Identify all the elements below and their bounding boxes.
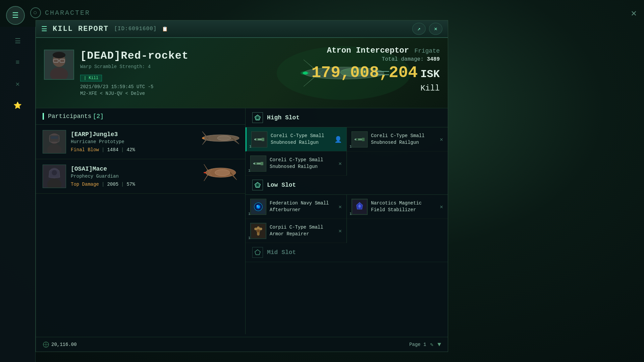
panel-id: [ID:6091600] (114, 26, 157, 32)
eq-item[interactable]: 1 Coreli C-Type Small Snubnosed Railgun (347, 127, 448, 152)
bottom-bar-value: 20,116.00 (51, 342, 77, 347)
eq-item-close-icon[interactable]: ✕ (440, 203, 443, 210)
top-menu-button[interactable]: ☰ (6, 6, 25, 25)
equipment-panel: High Slot 1 (246, 108, 448, 334)
participant-ship-image-1 (199, 127, 243, 149)
svg-rect-49 (253, 163, 255, 164)
participant-ship-image-2 (199, 162, 243, 184)
eq-item-name: Coreli C-Type Small Snubnosed Railgun (271, 133, 331, 146)
eq-item-close-icon[interactable]: ✕ (338, 228, 342, 234)
next-slot-header: Mid Slot (246, 243, 448, 262)
svg-point-28 (202, 137, 205, 139)
next-slot-title: Mid Slot (267, 249, 296, 256)
eq-item-icon (251, 131, 267, 147)
eq-item-close-icon[interactable]: ✕ (338, 160, 342, 167)
high-slot-title: High Slot (267, 114, 300, 121)
export-icon: ↗ (417, 25, 421, 32)
eq-item[interactable]: 1 Narcotics Magnetic Field Sta (347, 195, 448, 219)
panel-header-actions: ↗ ✕ (412, 23, 442, 35)
participants-title: Participants (48, 113, 92, 120)
victim-avatar (44, 50, 74, 80)
low-slot-columns: 1 Federation Navy Small Afterb (246, 195, 448, 243)
low-slot-header: Low Slot (246, 176, 448, 195)
isk-label: ISK (420, 68, 440, 80)
left-sidebar: ☰ ≡ ✕ ⭐ (0, 27, 36, 362)
participant-avatar-1 (43, 130, 66, 154)
isk-value: 179,008,204 (312, 64, 418, 82)
high-slot-icon (252, 112, 263, 123)
high-slot-columns: 1 Coreli C-Type Small Snubnose (246, 127, 448, 176)
ship-type: Atron Interceptor (327, 46, 409, 55)
hamburger-icon: ☰ (12, 11, 19, 20)
eq-item-qty: 1 (350, 212, 352, 216)
page-indicator: Page 1 (409, 342, 426, 347)
participant-row[interactable]: [OSAI]Mace Prophecy Guardian Top Damage … (36, 159, 245, 194)
eq-item-name: Federation Navy Small Afterburner (270, 200, 335, 213)
eq-item-icon (352, 199, 368, 215)
avatar-face (45, 50, 73, 79)
participant-avatar-2 (43, 165, 66, 188)
high-slot-col-right: 1 Coreli C-Type Small Snubnosed Railgun (347, 127, 448, 176)
eq-item-name: Coreli C-Type Small Snubnosed Railgun (270, 157, 335, 170)
svg-marker-40 (256, 116, 259, 119)
sidebar-close-button[interactable]: ✕ (8, 76, 27, 91)
kill-tag: | Kill (80, 75, 102, 81)
high-slot-col-left: 1 Coreli C-Type Small Snubnose (246, 127, 347, 176)
filter-icon[interactable]: ▼ (437, 341, 441, 348)
panel-copy-icon[interactable]: 📋 (162, 26, 168, 32)
participants-count: [2] (93, 113, 104, 120)
eq-item[interactable]: 1 Corpii C-Type Small Armor Repairer (246, 219, 346, 243)
svg-point-32 (52, 170, 57, 176)
svg-point-37 (215, 170, 230, 176)
close-report-icon: ✕ (434, 25, 437, 32)
kill-report-panel: ☰ KILL REPORT [ID:6091600] 📋 ↗ ✕ (36, 20, 448, 352)
participant-damage-1: 1484 (107, 147, 118, 153)
svg-marker-57 (256, 183, 259, 187)
eq-item-name: Coreli C-Type Small Snubnosed Railgun (371, 133, 436, 146)
character-icon: ○ (30, 7, 41, 18)
eq-item-icon (250, 199, 266, 215)
sidebar-star-button[interactable]: ⭐ (8, 98, 27, 113)
eq-item-icon (250, 223, 266, 239)
svg-point-66 (257, 229, 260, 233)
eq-item-person-icon: 👤 (334, 136, 342, 143)
character-label: CHARACTER (45, 9, 90, 17)
svg-point-6 (301, 71, 310, 75)
participants-panel: Participants [2] [EARP]Jungle3 (36, 108, 246, 334)
participants-header: Participants [2] (36, 108, 245, 125)
next-slot-icon (252, 247, 263, 258)
total-damage-value: 3489 (427, 56, 440, 62)
participant-damage-2: 2005 (107, 182, 118, 187)
eq-item-name: Narcotics Magnetic Field Stabilizer (371, 200, 436, 213)
low-slot-icon (252, 180, 263, 190)
eq-item[interactable]: 1 Coreli C-Type Small Snubnose (246, 127, 346, 152)
eq-item-close-icon[interactable]: ✕ (440, 136, 443, 143)
svg-rect-54 (355, 139, 356, 140)
sidebar-menu-button[interactable]: ☰ (8, 34, 27, 48)
edit-icon[interactable]: ✎ (430, 341, 434, 348)
close-report-button[interactable]: ✕ (429, 23, 442, 35)
svg-marker-72 (255, 250, 260, 255)
panel-header: ☰ KILL REPORT [ID:6091600] 📋 ↗ ✕ (36, 20, 448, 38)
top-close-icon: ✕ (631, 8, 637, 19)
top-damage-label: Top Damage (71, 182, 99, 187)
panel-menu-icon[interactable]: ☰ (41, 25, 47, 33)
eq-item[interactable]: 1 Coreli C-Type Small Snubnosed Railgun (246, 152, 346, 176)
svg-point-55 (356, 138, 358, 140)
sidebar-list-button[interactable]: ≡ (8, 55, 27, 70)
export-button[interactable]: ↗ (412, 23, 426, 35)
top-close-button[interactable]: ✕ (631, 7, 637, 19)
total-damage-row: Total damage: 3489 (312, 56, 440, 62)
eq-item-icon (250, 156, 266, 172)
low-slot-col-left: 1 Federation Navy Small Afterb (246, 195, 347, 243)
svg-point-50 (255, 163, 257, 165)
eq-item-close-icon[interactable]: ✕ (338, 203, 342, 210)
svg-point-62 (257, 205, 258, 206)
svg-rect-53 (362, 138, 365, 141)
participant-percent-1: 42% (126, 147, 135, 153)
participant-row[interactable]: [EARP]Jungle3 Hurricane Prototype Final … (36, 125, 245, 159)
svg-rect-22 (51, 136, 58, 139)
eq-item-qty: 1 (248, 169, 251, 173)
eq-item-qty: 1 (248, 212, 251, 216)
eq-item[interactable]: 1 Federation Navy Small Afterb (246, 195, 346, 219)
